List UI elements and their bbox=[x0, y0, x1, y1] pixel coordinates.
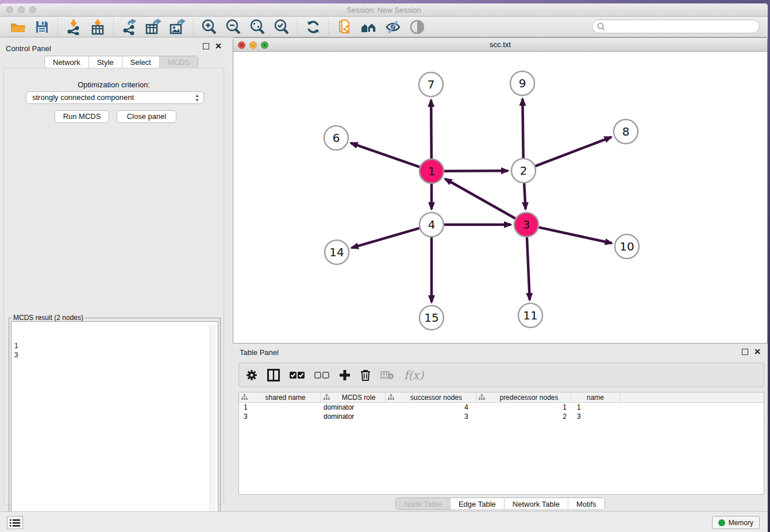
cell[interactable]: 1 bbox=[239, 403, 321, 412]
node-8[interactable]: 8 bbox=[614, 119, 638, 144]
node-14[interactable]: 14 bbox=[325, 240, 349, 264]
close-table-panel-icon[interactable]: ✕ bbox=[754, 349, 761, 355]
cell[interactable]: 3 bbox=[239, 412, 321, 421]
search-field[interactable] bbox=[592, 20, 760, 33]
zoom-in-icon[interactable] bbox=[201, 18, 218, 36]
table-row[interactable]: 3dominator323 bbox=[239, 412, 764, 421]
node-table[interactable]: shared nameMCDS rolesuccessor nodesprede… bbox=[238, 392, 764, 495]
column-header-name[interactable]: name bbox=[571, 392, 620, 402]
network-view-window: ✕ − + scc.txt 7968124314101511 bbox=[233, 37, 768, 344]
zoom-window-button[interactable] bbox=[29, 6, 36, 13]
tab-select[interactable]: Select bbox=[122, 56, 160, 68]
clear-checkboxes-icon[interactable] bbox=[314, 371, 329, 379]
minimize-network-button[interactable]: − bbox=[249, 41, 257, 49]
select-all-checkboxes-icon[interactable] bbox=[290, 371, 305, 379]
home-layout-icon[interactable] bbox=[360, 18, 378, 36]
gear-icon[interactable] bbox=[246, 369, 257, 381]
float-panel-icon[interactable] bbox=[203, 43, 209, 49]
edge-2-9[interactable] bbox=[522, 99, 523, 158]
result-scrollbar[interactable] bbox=[209, 325, 215, 530]
edge-1-7[interactable] bbox=[431, 100, 432, 159]
node-11[interactable]: 11 bbox=[518, 303, 542, 327]
column-header-shared-name[interactable]: shared name bbox=[239, 392, 321, 402]
run-mcds-button[interactable]: Run MCDS bbox=[55, 110, 109, 123]
close-panel-icon[interactable]: ✕ bbox=[215, 43, 222, 49]
edge-2-8[interactable] bbox=[536, 137, 611, 167]
import-table-icon[interactable] bbox=[89, 18, 106, 36]
node-9[interactable]: 9 bbox=[510, 71, 534, 95]
tab-network-table[interactable]: Network Table bbox=[505, 498, 568, 510]
edge-3-1[interactable] bbox=[445, 179, 515, 218]
node-2[interactable]: 2 bbox=[511, 159, 536, 183]
cell[interactable]: 4 bbox=[386, 403, 476, 412]
node-3[interactable]: 3 bbox=[514, 213, 538, 237]
node-7[interactable]: 7 bbox=[419, 72, 443, 97]
tab-style[interactable]: Style bbox=[89, 56, 122, 68]
criterion-select[interactable]: strongly connected component ▲▼ bbox=[26, 91, 204, 104]
add-column-icon[interactable] bbox=[339, 369, 351, 381]
edge-1-2[interactable] bbox=[444, 171, 508, 171]
node-10[interactable]: 10 bbox=[615, 234, 639, 259]
node-4[interactable]: 4 bbox=[419, 213, 444, 237]
tab-node-table[interactable]: Node Table bbox=[396, 498, 451, 510]
edge-4-14[interactable] bbox=[352, 228, 419, 248]
close-window-button[interactable] bbox=[6, 6, 13, 13]
edge-3-10[interactable] bbox=[538, 228, 611, 244]
split-columns-icon[interactable] bbox=[267, 369, 280, 381]
hide-selected-icon[interactable] bbox=[384, 18, 402, 36]
import-network-icon[interactable] bbox=[65, 18, 82, 36]
export-image-icon[interactable] bbox=[169, 18, 186, 36]
close-network-button[interactable]: ✕ bbox=[238, 41, 245, 49]
maximize-network-button[interactable]: + bbox=[261, 41, 268, 49]
edge-3-11[interactable] bbox=[527, 237, 530, 300]
cell[interactable]: 1 bbox=[571, 403, 620, 412]
zoom-fit-icon[interactable] bbox=[249, 18, 266, 36]
task-history-button[interactable] bbox=[7, 516, 23, 529]
save-session-icon[interactable] bbox=[33, 18, 51, 36]
float-table-panel-icon[interactable] bbox=[742, 349, 748, 355]
toolbar-separator bbox=[329, 18, 329, 36]
edge-2-3[interactable] bbox=[524, 183, 525, 209]
refresh-layout-icon[interactable] bbox=[305, 18, 322, 36]
node-1[interactable]: 1 bbox=[419, 159, 444, 183]
tab-motifs[interactable]: Motifs bbox=[568, 498, 605, 510]
node-6[interactable]: 6 bbox=[324, 126, 348, 150]
tab-network[interactable]: Network bbox=[45, 56, 89, 68]
zoom-out-icon[interactable] bbox=[225, 18, 242, 36]
edge-1-6[interactable] bbox=[351, 143, 419, 167]
network-window-titlebar[interactable]: ✕ − + scc.txt bbox=[233, 38, 767, 52]
cell[interactable]: dominator bbox=[321, 403, 386, 412]
zoom-selected-icon[interactable] bbox=[273, 18, 290, 36]
memory-button[interactable]: Memory bbox=[712, 516, 760, 529]
column-header-successor-nodes[interactable]: successor nodes bbox=[386, 392, 476, 402]
svg-text:10: 10 bbox=[619, 240, 634, 253]
tab-mcds[interactable]: MCDS bbox=[160, 56, 198, 68]
show-all-icon[interactable] bbox=[409, 18, 426, 36]
result-line: 1 bbox=[14, 341, 218, 350]
network-graph[interactable]: 7968124314101511 bbox=[233, 52, 767, 343]
clone-network-icon[interactable] bbox=[336, 18, 353, 36]
network-canvas[interactable]: 7968124314101511 bbox=[233, 52, 767, 343]
search-icon bbox=[597, 22, 605, 30]
function-builder-icon[interactable]: f(x) bbox=[404, 368, 424, 382]
cell[interactable]: 1 bbox=[476, 403, 571, 412]
export-table-icon[interactable] bbox=[145, 18, 162, 36]
close-panel-button[interactable]: Close panel bbox=[117, 110, 176, 123]
cell[interactable]: dominator bbox=[321, 412, 386, 421]
node-15[interactable]: 15 bbox=[419, 306, 444, 330]
mcds-result-list[interactable]: 13 bbox=[11, 321, 218, 532]
cell[interactable]: 2 bbox=[476, 412, 571, 421]
export-network-icon[interactable] bbox=[121, 18, 138, 36]
delete-column-icon[interactable] bbox=[360, 369, 371, 381]
cell[interactable]: 3 bbox=[386, 412, 476, 421]
minimize-window-button[interactable] bbox=[18, 6, 25, 13]
desktop-background: Session: New Session bbox=[0, 0, 770, 532]
table-row[interactable]: 1dominator411 bbox=[239, 403, 764, 412]
open-session-icon[interactable] bbox=[9, 18, 26, 36]
column-header-predecessor-nodes[interactable]: predecessor nodes bbox=[476, 392, 571, 402]
delete-table-icon[interactable] bbox=[380, 371, 394, 380]
tab-edge-table[interactable]: Edge Table bbox=[451, 498, 505, 510]
search-input[interactable] bbox=[605, 22, 759, 30]
column-header-MCDS-role[interactable]: MCDS role bbox=[321, 392, 386, 402]
cell[interactable]: 3 bbox=[571, 412, 620, 421]
